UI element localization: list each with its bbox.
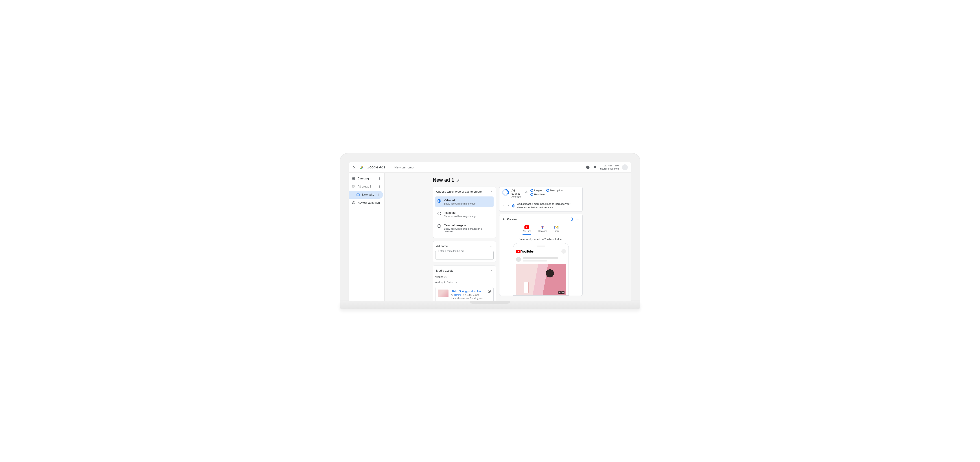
svg-point-11 xyxy=(379,186,380,187)
preview-tab-discover[interactable]: Discover xyxy=(538,225,547,235)
ad-name-input-wrapper: Enter a name for this ad xyxy=(435,251,493,259)
ad-icon xyxy=(356,193,360,197)
check-headlines: Headlines xyxy=(530,193,545,196)
ad-name-card: Ad name Enter a name for this ad xyxy=(433,241,496,262)
chevron-up-icon xyxy=(490,245,493,248)
half-dot-icon xyxy=(546,189,549,192)
sidebar-label: Campaign xyxy=(358,177,371,180)
account-info: 123-456-7890 user@email.com xyxy=(600,164,619,170)
sidebar-item-new-ad[interactable]: New ad 1 xyxy=(348,191,383,199)
grid-icon xyxy=(352,185,355,188)
device-desktop-icon[interactable] xyxy=(576,218,579,221)
svg-point-10 xyxy=(379,186,380,186)
app-viewport: Google Ads New campaign ? 123-456-7890 u… xyxy=(348,162,632,301)
svg-point-17 xyxy=(378,195,379,196)
chevron-up-icon xyxy=(490,269,493,272)
notifications-icon[interactable] xyxy=(593,165,597,169)
chevron-up-icon xyxy=(490,191,493,193)
edit-icon[interactable] xyxy=(457,178,460,182)
ad-preview-card: Ad Preview xyxy=(499,214,583,296)
info-dot-icon: i xyxy=(512,204,514,208)
preview-heading: Preview of your ad on YouTube In-feed xyxy=(519,238,563,240)
suggestion-row: i Add at least 2 more headlines to incre… xyxy=(500,200,582,211)
preview-tab-youtube[interactable]: YouTube xyxy=(523,225,531,235)
option-sub: Show ads with multiple images in a carou… xyxy=(444,227,492,233)
videos-hint: Add up to 5 videos xyxy=(435,281,493,284)
svg-rect-7 xyxy=(354,185,355,186)
page-title: New ad 1 xyxy=(433,177,454,183)
sidebar: Campaign Ad group 1 New ad 1 xyxy=(348,173,385,301)
sidebar-item-review[interactable]: Review campaign xyxy=(348,199,384,207)
youtube-header: YouTube xyxy=(516,249,566,254)
laptop-frame: Google Ads New campaign ? 123-456-7890 u… xyxy=(340,153,640,309)
videos-label: Videos ? xyxy=(435,275,493,279)
section-title: Media assets xyxy=(436,269,453,272)
strength-label: Ad strength xyxy=(512,189,524,195)
ad-type-option-carousel[interactable]: Carousel image ad Show ads with multiple… xyxy=(435,222,493,235)
device-mobile-icon[interactable] xyxy=(570,218,573,221)
main-content: New ad 1 Choose which type of ads to cre… xyxy=(385,173,632,301)
open-dot-icon xyxy=(530,193,533,196)
svg-point-0 xyxy=(360,168,361,169)
svg-rect-27 xyxy=(571,218,573,221)
svg-point-19 xyxy=(353,202,354,203)
help-small-icon[interactable]: ? xyxy=(525,191,527,194)
option-title: Video ad xyxy=(444,199,476,202)
more-vert-icon[interactable] xyxy=(378,177,381,180)
sidebar-item-adgroup[interactable]: Ad group 1 xyxy=(348,183,384,191)
chevron-left-icon[interactable] xyxy=(503,204,505,208)
more-vert-icon[interactable] xyxy=(378,185,381,188)
ad-type-option-image[interactable]: Image ad Show ads with a single image xyxy=(435,209,493,220)
close-icon[interactable] xyxy=(352,165,356,169)
svg-rect-28 xyxy=(576,218,579,220)
video-title-link[interactable]: cBalm Spring product line xyxy=(451,289,485,293)
radio-icon xyxy=(438,224,441,228)
sidebar-item-campaign[interactable]: Campaign xyxy=(348,175,384,183)
help-icon[interactable]: ? xyxy=(586,165,590,169)
media-assets-card: Media assets Videos ? Add up to 5 v xyxy=(433,265,496,301)
asterisk-icon xyxy=(352,177,355,180)
video-author-link[interactable]: cBalm xyxy=(454,294,461,296)
gmail-icon xyxy=(554,225,559,229)
youtube-wordmark: YouTube xyxy=(521,249,533,253)
laptop-base xyxy=(340,301,640,309)
sidebar-label: Ad group 1 xyxy=(358,185,371,188)
check-descriptions: Descriptions xyxy=(546,189,564,192)
suggestion-text: Add at least 2 more headlines to increas… xyxy=(517,202,579,209)
svg-rect-6 xyxy=(352,185,353,186)
video-thumbnail xyxy=(438,289,449,297)
half-dot-icon xyxy=(530,189,533,192)
help-small-icon[interactable]: ? xyxy=(444,276,447,278)
more-vert-icon[interactable] xyxy=(577,238,579,240)
radio-icon xyxy=(438,199,441,203)
phone-mock: YouTube 0:30 xyxy=(513,243,569,295)
chevron-right-icon[interactable] xyxy=(508,204,510,208)
video-duration-badge: 0:30 xyxy=(558,291,565,294)
svg-text:?: ? xyxy=(587,166,589,168)
svg-point-4 xyxy=(379,178,380,179)
ad-type-option-video[interactable]: Video ad Show ads with a single video xyxy=(435,197,493,207)
remove-circle-icon[interactable] xyxy=(488,289,491,293)
avatar[interactable] xyxy=(622,164,628,170)
google-ads-logo-icon xyxy=(360,165,364,170)
media-header[interactable]: Media assets xyxy=(433,266,496,275)
ad-type-header[interactable]: Choose which type of ads to create xyxy=(433,187,496,197)
sidebar-label: Review campaign xyxy=(358,201,380,204)
preview-tab-gmail[interactable]: Gmail xyxy=(554,225,559,235)
app-logo: Google Ads xyxy=(360,165,385,170)
avatar-placeholder xyxy=(562,249,566,254)
svg-point-15 xyxy=(378,194,379,194)
svg-point-12 xyxy=(379,187,380,188)
option-title: Image ad xyxy=(444,211,476,214)
youtube-play-icon xyxy=(516,250,520,253)
preview-title: Ad Preview xyxy=(503,218,517,221)
breadcrumb: New campaign xyxy=(395,165,415,169)
option-sub: Show ads with a single video xyxy=(444,202,476,205)
video-description: Natural skin care for all types of skin xyxy=(451,297,485,301)
sidebar-label: New ad 1 xyxy=(362,193,374,196)
more-vert-icon[interactable] xyxy=(377,193,380,196)
account-email: user@email.com xyxy=(600,167,619,170)
ad-type-card: Choose which type of ads to create Video… xyxy=(433,187,496,238)
svg-rect-8 xyxy=(352,187,353,188)
discover-icon xyxy=(540,225,545,229)
